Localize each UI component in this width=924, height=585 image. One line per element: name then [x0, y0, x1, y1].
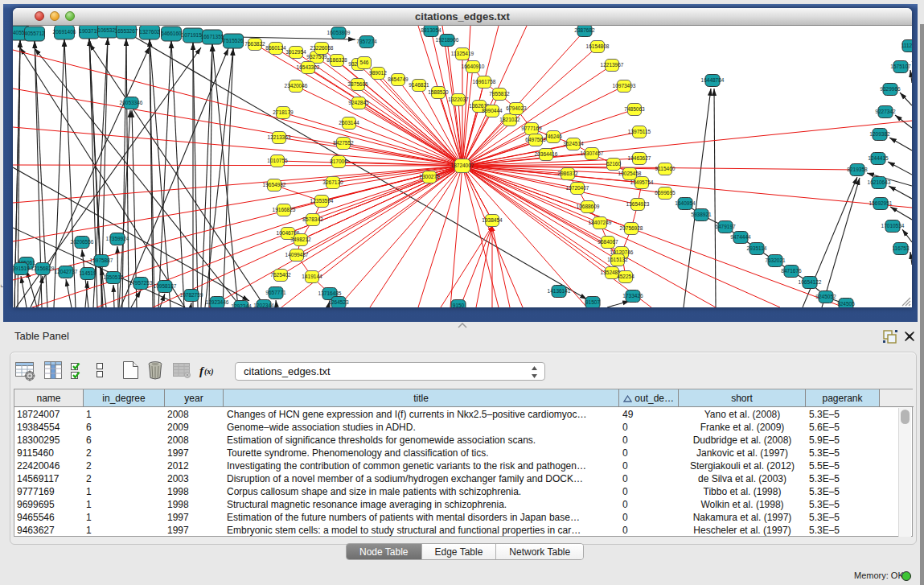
svg-text:6479197: 6479197	[715, 224, 736, 229]
svg-text:12213363: 12213363	[268, 134, 291, 140]
svg-text:111254: 111254	[901, 43, 912, 48]
svg-text:10958187: 10958187	[154, 283, 177, 289]
svg-text:13975887: 13975887	[90, 257, 113, 263]
svg-text:16671355: 16671355	[201, 34, 224, 39]
svg-text:6699695: 6699695	[655, 190, 676, 196]
svg-text:4055712: 4055712	[24, 31, 45, 36]
svg-text:2603144: 2603144	[339, 120, 359, 126]
svg-text:7485063: 7485063	[624, 106, 645, 112]
svg-text:2935114: 2935114	[747, 245, 767, 251]
svg-text:924505: 924505	[837, 301, 855, 307]
svg-text:1419144: 1419144	[302, 274, 322, 279]
svg-text:9115460: 9115460	[655, 166, 676, 171]
svg-text:16154808: 16154808	[586, 43, 610, 49]
svg-text:12353594: 12353594	[310, 198, 334, 204]
svg-text:20691406: 20691406	[53, 29, 76, 35]
svg-text:5938921: 5938921	[691, 212, 712, 217]
svg-text:14099487: 14099487	[285, 252, 309, 257]
svg-text:15692951: 15692951	[869, 200, 893, 206]
svg-text:7663822: 7663822	[244, 41, 265, 47]
svg-text:13654923: 13654923	[626, 201, 650, 207]
svg-text:1292344: 1292344	[231, 303, 252, 307]
svg-text:10654122: 10654122	[799, 279, 822, 285]
svg-text:989012: 989012	[369, 70, 387, 76]
svg-text:8660124: 8660124	[265, 45, 286, 51]
svg-text:9150: 9150	[453, 303, 465, 307]
svg-text:3912954: 3912954	[285, 49, 306, 55]
svg-text:817006: 817006	[330, 159, 347, 164]
svg-text:8186328: 8186328	[326, 57, 347, 63]
svg-text:13975115: 13975115	[628, 129, 651, 134]
svg-text:116753: 116753	[892, 245, 910, 251]
svg-text:2387682: 2387682	[574, 27, 595, 33]
svg-text:13495754: 13495754	[630, 179, 654, 185]
svg-text:1733426: 1733426	[622, 293, 643, 299]
svg-text:8427552: 8427552	[333, 140, 354, 146]
svg-text:1640954: 1640954	[675, 200, 696, 206]
svg-text:10973493: 10973493	[613, 83, 636, 89]
svg-text:1244415: 1244415	[868, 155, 889, 161]
svg-text:1350515: 1350515	[103, 274, 124, 280]
svg-text:10720407: 10720407	[566, 185, 589, 191]
svg-text:16553267: 16553267	[115, 28, 138, 34]
svg-text:20206556: 20206556	[71, 239, 94, 245]
svg-text:23226058: 23226058	[310, 45, 334, 51]
svg-text:12156829: 12156829	[31, 266, 55, 271]
svg-text:3624514: 3624514	[563, 141, 584, 146]
svg-text:452254: 452254	[617, 274, 634, 279]
svg-text:10025458: 10025458	[618, 171, 642, 176]
svg-text:2986372: 2986372	[557, 171, 578, 176]
svg-text:9684067: 9684067	[598, 239, 618, 245]
svg-text:12923446: 12923446	[206, 299, 229, 305]
svg-text:7515526: 7515526	[223, 38, 244, 43]
svg-text:7632021: 7632021	[765, 257, 786, 263]
svg-text:8990444: 8990444	[482, 108, 503, 113]
svg-text:23420046: 23420046	[285, 83, 308, 89]
svg-text:12042737: 12042737	[55, 269, 78, 274]
svg-text:17957253: 17957253	[129, 280, 153, 286]
svg-text:19166825: 19166825	[273, 207, 296, 212]
svg-text:8471676: 8471676	[781, 268, 802, 274]
svg-text:8813054: 8813054	[421, 27, 441, 33]
svg-text:19218906: 19218906	[436, 37, 459, 43]
svg-text:6497563: 6497563	[525, 137, 546, 142]
svg-text:7357274: 7357274	[356, 39, 377, 44]
svg-text:16053809: 16053809	[327, 30, 351, 35]
svg-text:17359924: 17359924	[106, 236, 129, 241]
svg-text:18407249: 18407249	[589, 220, 612, 225]
svg-text:10307457: 10307457	[581, 150, 604, 156]
svg-text:16543362: 16543362	[297, 64, 320, 70]
svg-text:14136141: 14136141	[548, 288, 571, 294]
svg-text:18724007: 18724007	[451, 163, 474, 168]
svg-text:1575107: 1575107	[890, 64, 911, 69]
svg-text:20756928: 20756928	[620, 225, 643, 231]
svg-text:16961758: 16961758	[473, 79, 496, 84]
svg-text:1010755: 1010755	[267, 158, 288, 163]
svg-text:16448784: 16448784	[701, 77, 725, 83]
svg-text:1588520: 1588520	[428, 89, 449, 95]
svg-text:12213967: 12213967	[601, 62, 624, 68]
svg-text:9327509: 9327509	[306, 54, 327, 60]
svg-text:(x): (x)	[204, 367, 214, 377]
svg-text:1209382: 1209382	[869, 131, 890, 137]
svg-text:9474444: 9474444	[730, 234, 751, 240]
svg-text:16210643: 16210643	[868, 179, 891, 185]
svg-text:1202344: 1202344	[253, 303, 274, 307]
svg-text:9657771: 9657771	[265, 290, 286, 295]
svg-text:11325419: 11325419	[451, 51, 474, 56]
svg-text:1938454: 1938454	[482, 217, 503, 223]
svg-text:20053346: 20053346	[120, 100, 143, 105]
svg-text:1264523: 1264523	[328, 299, 349, 305]
svg-text:13716485: 13716485	[318, 290, 342, 296]
svg-text:746246: 746246	[544, 134, 562, 139]
svg-text:19463627: 19463627	[628, 155, 651, 161]
svg-text:3875685: 3875685	[347, 81, 368, 87]
svg-text:9777169: 9777169	[521, 126, 542, 131]
svg-text:2300275: 2300275	[419, 174, 440, 179]
svg-text:16640910: 16640910	[462, 64, 485, 69]
svg-text:114519: 114519	[79, 270, 97, 276]
svg-text:3498212: 3498212	[290, 237, 311, 242]
svg-text:8454749: 8454749	[388, 76, 409, 82]
svg-text:9242845: 9242845	[348, 100, 369, 105]
svg-text:6794023: 6794023	[506, 105, 527, 111]
